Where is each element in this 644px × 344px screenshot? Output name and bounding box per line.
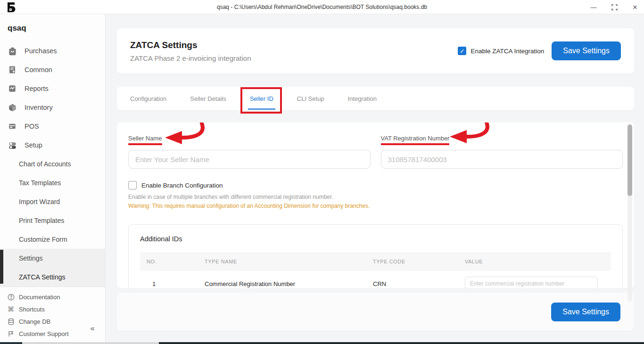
sidebar-item-label: Reports <box>25 85 49 92</box>
vat-registration-input[interactable] <box>381 150 623 169</box>
bag-icon <box>8 46 17 56</box>
sidebar-item-label: Chart of Accounts <box>19 160 71 168</box>
sidebar-item-label: ZATCA Settings <box>19 273 66 281</box>
column-header-no: NO. <box>140 259 198 264</box>
vat-registration-field: VAT Registration Number <box>381 134 623 169</box>
enable-zatca-checkbox[interactable]: ✓ <box>458 47 466 55</box>
branch-help-text: Enable in case of multiple branches with… <box>128 194 623 200</box>
sidebar-item-label: Purchases <box>25 47 57 55</box>
page-title: ZATCA Settings <box>130 40 251 50</box>
tab-seller-details[interactable]: Seller Details <box>190 95 226 102</box>
sidebar-item-label: Tax Templates <box>19 179 61 187</box>
box-icon <box>8 103 17 112</box>
enable-branch-label: Enable Branch Configuration <box>141 182 223 189</box>
save-settings-button-bottom[interactable]: Save Settings <box>551 303 620 321</box>
sidebar-item-setup[interactable]: Setup <box>0 136 105 155</box>
page-subtitle: ZATCA Phase 2 e-invoicing integration <box>130 54 251 62</box>
sidebar-item-settings[interactable]: Settings <box>0 249 105 268</box>
sidebar-item-tax-templates[interactable]: Tax Templates <box>0 173 105 192</box>
row-type-name: Commercial Registration Number <box>198 280 366 287</box>
column-header-type-name: TYPE NAME <box>198 259 366 264</box>
customer-support-link[interactable]: Customer Support <box>0 328 105 340</box>
documentation-link[interactable]: Documentation <box>0 291 105 303</box>
app-logo-icon <box>6 1 17 13</box>
enable-zatca-label: Enable ZATCA Integration <box>471 48 544 55</box>
sidebar-item-label: Inventory <box>25 104 53 111</box>
tab-configuration[interactable]: Configuration <box>130 95 166 102</box>
seller-fields: Seller Name VAT Registration Number <box>128 134 623 169</box>
row-number: 1 <box>140 280 198 287</box>
sidebar-active-group: Settings ZATCA Settings <box>0 249 105 287</box>
brand-logo-text: qsaq <box>0 14 105 41</box>
crn-value-input[interactable] <box>465 277 598 288</box>
toggles-icon <box>8 140 17 150</box>
sidebar-item-print-templates[interactable]: Print Templates <box>0 211 105 230</box>
tab-cli-setup[interactable]: CLI Setup <box>297 95 324 102</box>
active-indicator-bar <box>0 250 3 284</box>
panel-footer: Save Settings <box>117 293 634 331</box>
sidebar-item-chart-of-accounts[interactable]: Chart of Accounts <box>0 155 105 173</box>
sidebar-item-import-wizard[interactable]: Import Wizard <box>0 192 105 211</box>
help-circle-icon <box>7 293 15 301</box>
branch-warning-text: Warning: This requires manual configurat… <box>128 203 623 209</box>
sidebar: qsaq Purchases Common Reports Inventory … <box>0 14 106 344</box>
sidebar-item-common[interactable]: Common <box>0 60 105 79</box>
sidebar-item-label: Customize Form <box>19 236 67 243</box>
branch-configuration-section: Enable Branch Configuration Enable in ca… <box>128 181 623 209</box>
scrollbar-thumb[interactable] <box>627 124 632 196</box>
sidebar-item-customize-form[interactable]: Customize Form <box>0 230 105 249</box>
footer-item-label: Change DB <box>19 318 50 325</box>
sidebar-item-label: Settings <box>19 254 43 262</box>
sidebar-item-label: Common <box>25 66 52 74</box>
close-button[interactable]: ✕ <box>631 3 639 11</box>
header-actions: ✓ Enable ZATCA Integration Save Settings <box>458 41 621 60</box>
tab-label: Seller ID <box>250 95 273 102</box>
tabs-bar: Configuration Seller Details Seller ID C… <box>117 87 634 110</box>
sidebar-item-inventory[interactable]: Inventory <box>0 98 105 117</box>
branch-checkbox-row: Enable Branch Configuration <box>128 181 623 189</box>
tab-integration[interactable]: Integration <box>348 95 377 102</box>
sidebar-item-reports[interactable]: Reports <box>0 79 105 98</box>
additional-ids-title: Additional IDs <box>140 235 611 243</box>
footer-item-label: Shortcuts <box>19 306 45 313</box>
sidebar-item-label: Import Wizard <box>19 198 60 205</box>
sidebar-item-label: Setup <box>25 141 42 149</box>
save-settings-button-top[interactable]: Save Settings <box>552 41 621 60</box>
collapse-sidebar-button[interactable]: « <box>91 324 95 333</box>
sidebar-item-label: POS <box>25 123 39 130</box>
red-underline-annotation <box>381 143 450 145</box>
sidebar-item-pos[interactable]: POS <box>0 117 105 136</box>
register-icon <box>8 122 17 131</box>
bottom-edge-strip <box>0 342 644 344</box>
seller-name-field: Seller Name <box>128 134 371 169</box>
chart-icon <box>8 84 17 93</box>
table-row: 1 Commercial Registration Number CRN <box>140 271 611 288</box>
minimize-button[interactable]: — <box>589 3 598 11</box>
sidebar-item-zatca-settings[interactable]: ZATCA Settings <box>0 268 105 287</box>
enable-branch-checkbox[interactable] <box>128 181 137 189</box>
sidebar-nav: Purchases Common Reports Inventory POS S <box>0 41 105 287</box>
vat-registration-label: VAT Registration Number <box>381 135 450 145</box>
seller-name-input[interactable] <box>128 150 371 169</box>
label-text: Seller Name <box>128 135 162 142</box>
window-title: qsaq - C:\Users\Abdul Rehman\OneDrive\Do… <box>0 4 644 10</box>
sidebar-item-purchases[interactable]: Purchases <box>0 41 105 60</box>
additional-ids-table: NO. TYPE NAME TYPE CODE VALUE 1 Commerci… <box>140 252 611 288</box>
shortcuts-link[interactable]: ⌘ Shortcuts <box>0 303 105 315</box>
seller-id-panel: Seller Name VAT Registration Number <box>117 123 634 288</box>
database-icon <box>7 318 15 325</box>
tab-seller-id[interactable]: Seller ID <box>250 95 273 102</box>
row-value-cell <box>458 277 611 288</box>
column-header-type-code: TYPE CODE <box>366 259 458 264</box>
row-type-code: CRN <box>366 280 458 287</box>
enable-zatca-row: ✓ Enable ZATCA Integration <box>458 47 544 55</box>
maximize-button[interactable] <box>610 3 619 11</box>
footer-item-label: Documentation <box>19 294 60 301</box>
command-icon: ⌘ <box>7 305 15 313</box>
main-content: ZATCA Settings ZATCA Phase 2 e-invoicing… <box>106 14 644 344</box>
label-text: VAT Registration Number <box>381 135 450 142</box>
column-header-value: VALUE <box>458 259 611 264</box>
sidebar-item-label: Print Templates <box>19 217 64 224</box>
seller-name-label: Seller Name <box>128 135 162 145</box>
change-db-link[interactable]: Change DB <box>0 315 105 328</box>
